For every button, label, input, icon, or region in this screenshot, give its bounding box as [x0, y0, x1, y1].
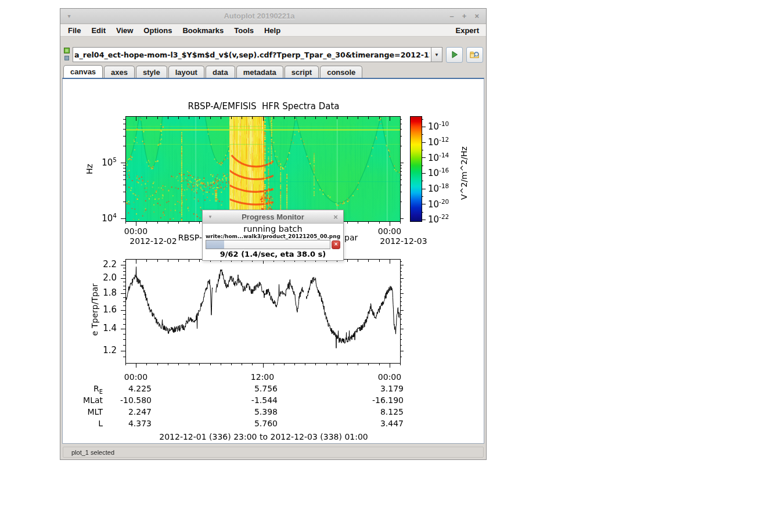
hidden-title-right-fragment: par [344, 233, 358, 242]
dialog-title: Progress Monitor [218, 213, 328, 221]
blue-square-icon [65, 56, 69, 60]
lineplot-xtick-0: 00:00 [118, 372, 153, 382]
ephemeris-cell: 4.225 [88, 384, 152, 393]
tab-data[interactable]: data [206, 66, 235, 78]
window-title: Autoplot 20190221a [78, 12, 441, 20]
progress-bar-fill [206, 240, 224, 249]
address-combo: ▼ [73, 47, 442, 62]
lineplot-ytick-1.6: 1.6 [88, 304, 117, 315]
address-input[interactable] [73, 47, 431, 62]
cancel-x-icon: ✕ [334, 242, 338, 247]
progress-bar [206, 240, 330, 249]
spectra-ytick-1e4: 104 [88, 212, 117, 224]
tab-script[interactable]: script [285, 66, 319, 78]
spectra-xtick-right-time: 00:00 [372, 227, 407, 236]
canvas-panel: RBSP-A/EMFISIS HFR Spectra Data Hz 105 1… [62, 78, 484, 444]
lineplot-ytick-1.8: 1.8 [88, 287, 117, 298]
ephemeris-cell: 3.179 [340, 384, 404, 393]
tab-metadata[interactable]: metadata [236, 66, 283, 78]
lineplot-ytick-1.4: 1.4 [88, 323, 117, 333]
colorbar-tick-1: 10-12 [428, 136, 449, 148]
ephemeris-cell: 5.760 [214, 419, 278, 428]
progress-detail-label: write:/hom...walk3/product_20121205_00.p… [203, 233, 343, 239]
colorbar-label: V^2/m^2/Hz [459, 146, 469, 200]
menu-tools[interactable]: Tools [229, 26, 259, 35]
colorbar-tick-2: 10-14 [428, 152, 449, 163]
tab-style[interactable]: style [136, 66, 167, 78]
expert-menu[interactable]: Expert [456, 26, 484, 35]
menu-bookmarks[interactable]: Bookmarks [177, 26, 229, 35]
time-range-label: 2012-12-01 (336) 23:00 to 2012-12-03 (33… [118, 432, 409, 441]
ephemeris-cell: 5.756 [214, 384, 278, 393]
ephemeris-cell: 3.447 [340, 419, 404, 428]
window-titlebar[interactable]: ▾ Autoplot 20190221a – + × [60, 9, 486, 24]
progress-status-label: 9/62 (1.4/sec, eta 38.0 s) [203, 250, 343, 258]
status-bar: plot_1 selected [60, 444, 486, 459]
lineplot-ytick-2.0: 2.0 [88, 272, 117, 283]
colorbar-tick-6: 10-22 [428, 213, 449, 225]
spectra-xtick-left-date: 2012-12-02 [127, 236, 179, 246]
autoplot-window: ▾ Autoplot 20190221a – + × File Edit Vie… [60, 8, 487, 460]
play-icon [450, 50, 459, 59]
inspect-file-button[interactable] [466, 47, 483, 63]
menu-bar: File Edit View Options Bookmarks Tools H… [60, 24, 486, 37]
tab-layout[interactable]: layout [168, 66, 204, 78]
desktop: ▾ Autoplot 20190221a – + × File Edit Vie… [0, 0, 781, 532]
close-button[interactable]: × [474, 12, 479, 20]
colorbar-tick-4: 10-18 [428, 182, 449, 194]
tab-bar: canvas axes style layout data metadata s… [60, 64, 486, 78]
colorbar-tick-3: 10-16 [428, 167, 449, 178]
ephemeris-cell: -1.544 [214, 396, 278, 405]
menu-view[interactable]: View [111, 26, 138, 35]
minimize-button[interactable]: – [450, 12, 454, 20]
dialog-close-icon[interactable]: × [328, 213, 343, 221]
colorbar-tick-5: 10-20 [428, 198, 449, 210]
hidden-title-left-fragment: RBSP- [173, 233, 202, 242]
menu-options[interactable]: Options [138, 26, 177, 35]
lineplot-xtick-1: 12:00 [245, 372, 280, 382]
window-menu-icon[interactable]: ▾ [60, 13, 78, 19]
spectra-ytick-1e5: 105 [88, 156, 117, 168]
lineplot-ytick-1.2: 1.2 [88, 345, 117, 355]
datasource-status-icons [63, 45, 71, 64]
ephemeris-cell: -10.580 [88, 396, 152, 405]
autoplot-canvas[interactable]: RBSP-A/EMFISIS HFR Spectra Data Hz 105 1… [63, 79, 484, 443]
lineplot-xtick-2: 00:00 [372, 372, 407, 382]
menu-file[interactable]: File [63, 26, 86, 35]
dialog-menu-icon[interactable]: ▾ [203, 214, 218, 220]
menu-help[interactable]: Help [259, 26, 286, 35]
progress-task-label: running batch [203, 224, 343, 233]
address-dropdown-button[interactable]: ▼ [431, 47, 442, 62]
ephemeris-cell: 8.125 [340, 407, 404, 416]
ephemeris-cell: -16.190 [340, 396, 404, 405]
tab-console[interactable]: console [320, 66, 362, 78]
go-plot-button[interactable] [446, 47, 463, 63]
lineplot-ytick-2.2: 2.2 [88, 259, 117, 269]
maximize-button[interactable]: + [462, 12, 467, 20]
spectra-xtick-right-date: 2012-12-03 [377, 236, 430, 246]
progress-monitor-dialog[interactable]: ▾ Progress Monitor × running batch write… [202, 210, 344, 261]
dialog-titlebar[interactable]: ▾ Progress Monitor × [203, 210, 343, 224]
menu-edit[interactable]: Edit [86, 26, 111, 35]
ephemeris-cell: 4.373 [88, 419, 152, 428]
spectra-plot-title: RBSP-A/EMFISIS HFR Spectra Data [147, 101, 380, 112]
colorbar-tick-0: 10-10 [428, 120, 449, 132]
spectra-xtick-left-time: 00:00 [118, 227, 153, 236]
folder-search-icon [470, 50, 480, 59]
status-text: plot_1 selected [63, 449, 114, 456]
ephemeris-cell: 2.247 [88, 407, 152, 416]
status-field: plot_1 selected [63, 447, 484, 458]
cancel-button[interactable]: ✕ [332, 240, 340, 249]
tab-canvas[interactable]: canvas [63, 65, 103, 78]
tab-axes[interactable]: axes [104, 66, 135, 78]
ephemeris-cell: 5.398 [214, 407, 278, 416]
chevron-down-icon: ▼ [434, 52, 439, 57]
